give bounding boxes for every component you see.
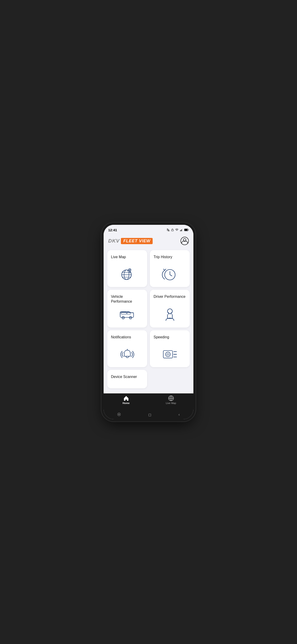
svg-point-29 (166, 352, 170, 356)
speeding-title: Speeding (154, 335, 169, 340)
driver-performance-icon-container (154, 307, 186, 323)
status-icons (167, 228, 189, 232)
logo-dkv: DKV (108, 238, 120, 244)
menu-card-notifications[interactable]: Notifications (107, 330, 147, 367)
android-nav-bar: ⦿ ◻ ‹ (104, 410, 194, 419)
speed-camera-icon (162, 346, 178, 362)
svg-rect-2 (181, 230, 181, 231)
device-scanner-title: Device Scanner (111, 374, 137, 379)
speeding-icon-container (154, 346, 186, 362)
menu-card-device-scanner[interactable]: Device Scanner (107, 370, 147, 388)
clock-arrow-icon (162, 266, 178, 282)
notifications-icon-container (111, 346, 144, 362)
home-button[interactable]: ◻ (148, 412, 151, 417)
globe-pin-icon (119, 266, 136, 282)
svg-rect-6 (184, 229, 188, 230)
live-map-icon-container (111, 266, 144, 282)
nav-live-map[interactable]: Live Map (148, 395, 194, 404)
profile-icon[interactable] (180, 237, 189, 245)
trip-history-icon-container (154, 266, 186, 282)
content-area: Live Map Trip (104, 248, 194, 394)
battery-icon (184, 228, 189, 231)
back-button[interactable]: ‹ (178, 412, 180, 417)
svg-rect-0 (172, 230, 174, 231)
vehicle-performance-icon-container (111, 307, 144, 323)
menu-card-driver-performance[interactable]: Driver Performance (150, 290, 190, 328)
svg-rect-1 (180, 230, 180, 231)
status-bar: 12:41 (104, 225, 194, 235)
live-map-nav-icon (168, 395, 174, 401)
van-icon (119, 307, 136, 323)
vehicle-performance-title: Vehicle Performance (111, 294, 144, 304)
menu-grid: Live Map Trip (107, 250, 190, 388)
menu-card-speeding[interactable]: Speeding (150, 330, 190, 367)
svg-rect-3 (182, 230, 182, 231)
mute-icon (167, 228, 170, 232)
svg-rect-4 (182, 229, 182, 231)
recent-apps-button[interactable]: ⦿ (117, 412, 121, 417)
home-nav-icon (123, 395, 129, 401)
menu-card-live-map[interactable]: Live Map (107, 250, 147, 287)
svg-point-15 (129, 270, 130, 270)
home-nav-label: Home (122, 402, 130, 404)
wifi-icon (175, 228, 179, 232)
phone-frame: 12:41 DKV FLEET (104, 225, 194, 419)
live-map-title: Live Map (111, 255, 126, 260)
person-icon (162, 307, 178, 323)
menu-card-vehicle-performance[interactable]: Vehicle Performance (107, 290, 147, 328)
bell-waves-icon (119, 346, 136, 362)
bottom-nav: Home Live Map (104, 394, 194, 410)
status-time: 12:41 (108, 228, 117, 232)
nav-home[interactable]: Home (104, 395, 148, 404)
menu-card-trip-history[interactable]: Trip History (150, 250, 190, 287)
svg-point-24 (168, 309, 172, 314)
svg-point-23 (130, 317, 131, 318)
svg-rect-28 (163, 350, 172, 358)
driver-performance-title: Driver Performance (154, 294, 186, 299)
svg-rect-18 (121, 312, 126, 314)
svg-point-30 (167, 353, 169, 355)
signal-icon (180, 228, 183, 232)
lock-icon (171, 228, 174, 232)
live-map-nav-label: Live Map (166, 402, 176, 404)
trip-history-title: Trip History (154, 255, 172, 260)
svg-point-21 (123, 317, 124, 318)
logo-fleet-view: FLEET VIEW (121, 238, 153, 244)
app-header: DKV FLEET VIEW (104, 235, 194, 248)
notifications-title: Notifications (111, 335, 131, 340)
logo-container: DKV FLEET VIEW (108, 238, 153, 244)
